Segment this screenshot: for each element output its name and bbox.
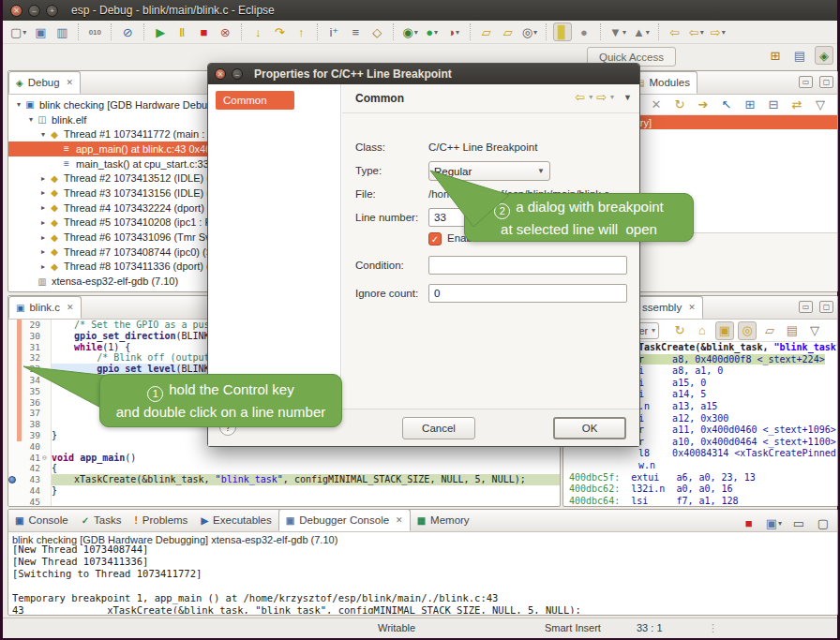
line-number[interactable]: 31: [22, 342, 42, 353]
fold-marker[interactable]: [42, 430, 50, 441]
window-minimize-icon[interactable]: –: [28, 5, 40, 17]
tab-problems[interactable]: !Problems: [128, 509, 194, 531]
previous-annotation-icon[interactable]: ▼▾: [608, 22, 628, 41]
debug-perspective-icon[interactable]: ◈: [815, 46, 833, 65]
editor-gutter[interactable]: 45: [8, 497, 52, 507]
back-arrow-icon[interactable]: ⇦: [575, 90, 585, 104]
fold-marker[interactable]: [42, 474, 50, 485]
pin-view-icon[interactable]: ▤: [783, 321, 802, 340]
twisty-icon[interactable]: ▸: [38, 174, 48, 183]
fold-marker[interactable]: [42, 497, 50, 507]
code-line[interactable]: 42{: [8, 463, 560, 474]
skip-all-breakpoints-icon[interactable]: ⊘: [118, 22, 137, 41]
editor-gutter[interactable]: 43: [8, 474, 52, 485]
next-annotation-icon[interactable]: ▲▾: [631, 22, 652, 41]
sidebar-item-common[interactable]: Common: [216, 91, 294, 110]
line-number[interactable]: 29: [22, 320, 42, 331]
chevron-down-icon[interactable]: ▾: [589, 93, 592, 101]
modules-selected-row[interactable]: rary]: [628, 115, 837, 129]
terminate-console-icon[interactable]: ■: [740, 513, 758, 532]
back-history-icon[interactable]: ⇦▾: [687, 22, 706, 41]
minimize-icon[interactable]: ▭: [789, 513, 808, 532]
twisty-icon[interactable]: ▸: [38, 247, 48, 256]
editor-gutter[interactable]: 41⊖: [8, 453, 52, 464]
twisty-icon[interactable]: ▾: [38, 130, 48, 139]
code-line[interactable]: 44}: [8, 485, 560, 497]
ignore-count-input[interactable]: 0: [428, 284, 627, 303]
line-number[interactable]: 41: [22, 453, 42, 464]
trace-control-icon[interactable]: ◇: [368, 22, 386, 41]
debug-icon[interactable]: ◉▾: [400, 22, 419, 41]
goto-address-icon[interactable]: ➔: [694, 96, 712, 114]
show-source-icon[interactable]: ◎: [738, 321, 757, 340]
fold-marker[interactable]: [42, 485, 50, 497]
minimize-icon[interactable]: ▭: [799, 76, 813, 88]
editor-gutter[interactable]: 31: [8, 342, 52, 353]
resume-icon[interactable]: ▶: [151, 22, 170, 41]
editor-gutter[interactable]: 39: [8, 430, 52, 441]
chevron-down-icon[interactable]: ▾: [610, 93, 614, 101]
view-menu-icon[interactable]: ▽: [811, 96, 830, 114]
profile-icon[interactable]: ◑▾: [444, 22, 463, 41]
save-icon[interactable]: ▣: [31, 22, 50, 41]
fold-marker[interactable]: ⊖: [42, 453, 50, 464]
view-menu-icon[interactable]: ▼: [623, 93, 632, 102]
tab-memory[interactable]: ▦Memory: [411, 509, 476, 531]
expand-all-icon[interactable]: ⊞: [741, 96, 759, 114]
code-line[interactable]: 43 xTaskCreate(&blink_task, "blink_task"…: [8, 474, 560, 485]
refresh-icon[interactable]: ↻: [670, 321, 689, 340]
window-maximize-icon[interactable]: +: [46, 5, 58, 17]
tab-debugger-console[interactable]: ▣Debugger Console✕: [278, 509, 411, 531]
close-icon[interactable]: ✕: [67, 78, 74, 87]
tab-blink-c[interactable]: ▣ blink.c ✕: [8, 296, 82, 319]
editor-gutter[interactable]: 44: [8, 485, 52, 497]
suspend-icon[interactable]: Ⅱ: [172, 22, 191, 41]
code-line[interactable]: 41⊖void app_main(): [8, 453, 560, 464]
cpp-perspective-icon[interactable]: ▤: [790, 46, 809, 65]
fold-marker[interactable]: [42, 463, 50, 474]
forward-arrow-icon[interactable]: ⇨: [596, 90, 607, 104]
tab-executables[interactable]: ▶Executables: [194, 509, 278, 531]
window-close-icon[interactable]: ✕: [10, 5, 22, 17]
line-number[interactable]: 42: [22, 463, 42, 474]
fold-marker[interactable]: [42, 320, 50, 331]
editor-gutter[interactable]: 40: [8, 441, 52, 453]
step-return-icon[interactable]: ↑: [292, 22, 310, 41]
twisty-icon[interactable]: ▾: [26, 115, 36, 124]
search-icon[interactable]: ◎▾: [520, 22, 539, 41]
load-symbols-icon[interactable]: ↻: [670, 96, 689, 114]
twisty-icon[interactable]: ▸: [38, 233, 48, 242]
home-pc-icon[interactable]: ⌂: [693, 321, 712, 340]
back-to-frame-icon[interactable]: ⇦: [666, 22, 684, 41]
mark-occurrences-icon[interactable]: ▊: [553, 22, 572, 41]
line-number[interactable]: 38: [22, 419, 42, 430]
condition-input[interactable]: [428, 256, 627, 275]
code-line[interactable]: 45: [8, 497, 560, 507]
collapse-all-icon[interactable]: ⊟: [764, 96, 783, 114]
twisty-icon[interactable]: ▾: [14, 100, 23, 109]
show-debug-view-icon[interactable]: ≡: [346, 22, 365, 41]
dialog-close-icon[interactable]: ✕: [215, 68, 226, 80]
sync-selection-icon[interactable]: ▣: [715, 321, 734, 340]
open-perspective-icon[interactable]: ⊞: [766, 46, 785, 65]
editor-gutter[interactable]: 38: [8, 419, 52, 430]
open-new-view-icon[interactable]: ▱: [760, 321, 779, 340]
close-icon[interactable]: ✕: [396, 515, 403, 525]
editor-gutter[interactable]: 30: [8, 331, 52, 342]
binary-file-icon[interactable]: 010: [85, 22, 104, 41]
status-overflow-icon[interactable]: ⋮: [708, 622, 718, 634]
line-number[interactable]: 39: [22, 430, 42, 441]
line-number[interactable]: 44: [22, 485, 42, 497]
select-pointer-icon[interactable]: ↖: [717, 96, 736, 114]
disassembly-row[interactable]: l8 0x40084314 <xTaskCreatePinned: [563, 448, 837, 460]
editor-gutter[interactable]: 42: [8, 463, 52, 474]
twisty-icon[interactable]: ▸: [38, 262, 48, 271]
maximize-icon[interactable]: ▢: [819, 76, 833, 88]
link-with-debug-icon[interactable]: ⇄: [788, 96, 806, 114]
open-resource-icon[interactable]: ▱: [499, 22, 518, 41]
run-icon[interactable]: ●▾: [423, 22, 442, 41]
new-wizard-icon[interactable]: ▢▾: [8, 22, 28, 41]
tab-disassembly[interactable]: ssembly ✕: [635, 296, 703, 319]
editor-gutter[interactable]: 29: [8, 320, 52, 331]
step-into-icon[interactable]: ↓: [248, 22, 267, 41]
